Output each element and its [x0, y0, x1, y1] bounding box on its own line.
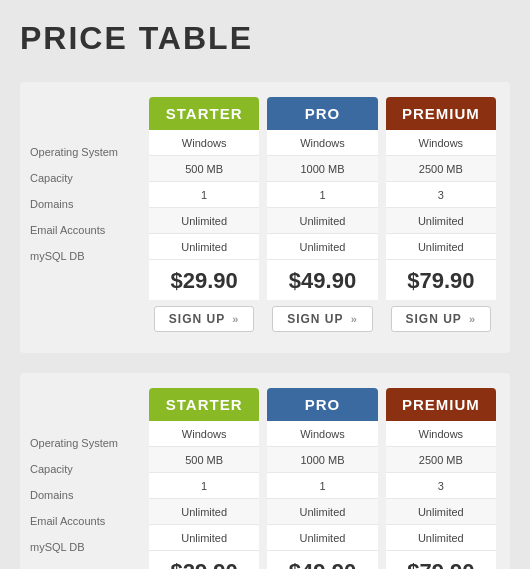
signup-button-premium1[interactable]: SIGN UP » — [391, 306, 492, 332]
label-row-4: mySQL DB — [30, 534, 145, 560]
page-title: PRICE TABLE — [20, 20, 510, 57]
chevron-right-icon: » — [351, 313, 358, 325]
plan-row-starter2-0: Windows — [149, 421, 259, 447]
signup-button-starter1[interactable]: SIGN UP » — [154, 306, 255, 332]
plan-body-premium1: Windows2500 MB3UnlimitedUnlimited — [386, 130, 496, 260]
plan-body-starter2: Windows500 MB1UnlimitedUnlimited — [149, 421, 259, 551]
plan-header-premium2: PREMIUM — [386, 388, 496, 421]
plan-row-premium1-4: Unlimited — [386, 234, 496, 260]
label-row-2: Domains — [30, 482, 145, 508]
plan-header-pro1: PRO — [267, 97, 377, 130]
plan-row-pro1-2: 1 — [267, 182, 377, 208]
label-row-2: Domains — [30, 191, 145, 217]
chevron-right-icon: » — [232, 313, 239, 325]
plan-row-starter1-1: 500 MB — [149, 156, 259, 182]
plan-header-starter1: STARTER — [149, 97, 259, 130]
plan-row-pro2-4: Unlimited — [267, 525, 377, 551]
label-row-4: mySQL DB — [30, 243, 145, 269]
plan-price-starter2: $29.90 — [149, 551, 259, 569]
plan-row-pro1-1: 1000 MB — [267, 156, 377, 182]
plan-row-pro2-1: 1000 MB — [267, 447, 377, 473]
plan-col-pro1: PROWindows1000 MB1UnlimitedUnlimited$49.… — [267, 97, 377, 338]
plan-row-starter2-3: Unlimited — [149, 499, 259, 525]
plan-row-pro2-0: Windows — [267, 421, 377, 447]
plan-price-pro2: $49.90 — [267, 551, 377, 569]
price-section-1: Operating SystemCapacityDomainsEmail Acc… — [20, 82, 510, 353]
plan-price-pro1: $49.90 — [267, 260, 377, 300]
plan-col-premium2: PREMIUMWindows2500 MB3UnlimitedUnlimited… — [386, 388, 496, 569]
plan-row-starter2-2: 1 — [149, 473, 259, 499]
plan-row-starter1-2: 1 — [149, 182, 259, 208]
plan-row-premium1-1: 2500 MB — [386, 156, 496, 182]
chevron-right-icon: » — [469, 313, 476, 325]
label-row-3: Email Accounts — [30, 508, 145, 534]
plan-col-starter1: STARTERWindows500 MB1UnlimitedUnlimited$… — [149, 97, 259, 338]
plan-header-starter2: STARTER — [149, 388, 259, 421]
plan-price-starter1: $29.90 — [149, 260, 259, 300]
plan-header-pro2: PRO — [267, 388, 377, 421]
label-row-1: Capacity — [30, 456, 145, 482]
plan-row-starter2-4: Unlimited — [149, 525, 259, 551]
plan-row-premium1-0: Windows — [386, 130, 496, 156]
plan-row-premium2-2: 3 — [386, 473, 496, 499]
labels-column: Operating SystemCapacityDomainsEmail Acc… — [30, 388, 145, 569]
plan-body-pro1: Windows1000 MB1UnlimitedUnlimited — [267, 130, 377, 260]
plan-col-premium1: PREMIUMWindows2500 MB3UnlimitedUnlimited… — [386, 97, 496, 338]
plan-row-premium2-3: Unlimited — [386, 499, 496, 525]
plan-body-premium2: Windows2500 MB3UnlimitedUnlimited — [386, 421, 496, 551]
plan-row-premium2-1: 2500 MB — [386, 447, 496, 473]
price-section-2: Operating SystemCapacityDomainsEmail Acc… — [20, 373, 510, 569]
signup-button-pro1[interactable]: SIGN UP » — [272, 306, 373, 332]
plan-col-starter2: STARTERWindows500 MB1UnlimitedUnlimited$… — [149, 388, 259, 569]
plan-row-pro2-3: Unlimited — [267, 499, 377, 525]
label-row-3: Email Accounts — [30, 217, 145, 243]
label-row-0: Operating System — [30, 430, 145, 456]
plan-row-pro2-2: 1 — [267, 473, 377, 499]
plan-row-pro1-0: Windows — [267, 130, 377, 156]
plan-row-premium2-0: Windows — [386, 421, 496, 447]
plan-row-starter1-4: Unlimited — [149, 234, 259, 260]
plan-row-pro1-4: Unlimited — [267, 234, 377, 260]
plan-row-premium2-4: Unlimited — [386, 525, 496, 551]
plan-header-premium1: PREMIUM — [386, 97, 496, 130]
plan-row-starter1-0: Windows — [149, 130, 259, 156]
label-row-0: Operating System — [30, 139, 145, 165]
plan-row-premium1-2: 3 — [386, 182, 496, 208]
plan-row-premium1-3: Unlimited — [386, 208, 496, 234]
plan-signup-area-premium1: SIGN UP » — [386, 300, 496, 338]
label-row-1: Capacity — [30, 165, 145, 191]
plan-row-starter2-1: 500 MB — [149, 447, 259, 473]
plan-body-starter1: Windows500 MB1UnlimitedUnlimited — [149, 130, 259, 260]
plan-row-starter1-3: Unlimited — [149, 208, 259, 234]
plan-col-pro2: PROWindows1000 MB1UnlimitedUnlimited$49.… — [267, 388, 377, 569]
plan-signup-area-pro1: SIGN UP » — [267, 300, 377, 338]
labels-column: Operating SystemCapacityDomainsEmail Acc… — [30, 97, 145, 338]
plan-signup-area-starter1: SIGN UP » — [149, 300, 259, 338]
plan-price-premium1: $79.90 — [386, 260, 496, 300]
plan-price-premium2: $79.90 — [386, 551, 496, 569]
plan-row-pro1-3: Unlimited — [267, 208, 377, 234]
plan-body-pro2: Windows1000 MB1UnlimitedUnlimited — [267, 421, 377, 551]
